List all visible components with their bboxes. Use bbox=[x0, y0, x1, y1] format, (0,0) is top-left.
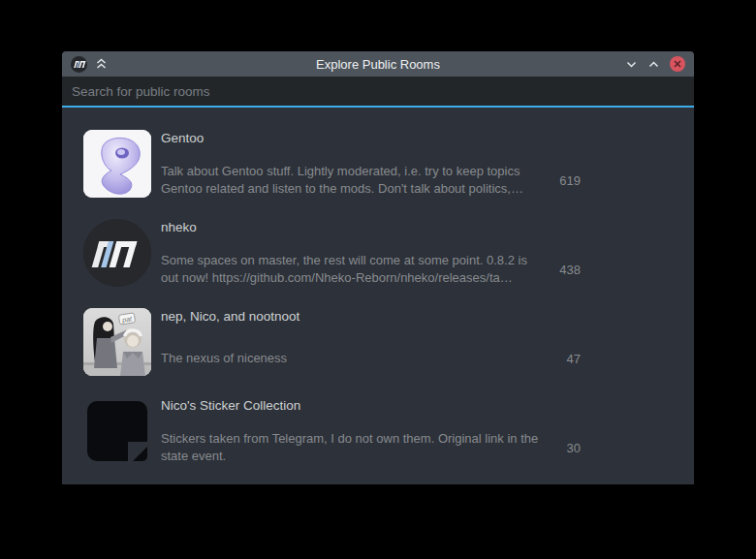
close-button[interactable] bbox=[670, 56, 685, 72]
headpat-drawing-avatar: pat bbox=[83, 308, 151, 376]
member-count: 619 bbox=[543, 173, 581, 188]
member-count: 30 bbox=[543, 441, 581, 455]
chevron-up-icon bbox=[647, 58, 660, 71]
room-topic: The nexus of niceness bbox=[161, 350, 543, 367]
room-row-sticker-collection[interactable]: Nico's Sticker Collection Stickers taken… bbox=[62, 387, 694, 476]
room-name: nep, Nico, and nootnoot bbox=[161, 309, 581, 325]
keep-above-button[interactable] bbox=[95, 58, 108, 71]
room-topic: Some spaces on master, the rest will com… bbox=[161, 252, 543, 287]
window-title: Explore Public Rooms bbox=[62, 57, 694, 72]
room-topic: Stickers taken from Telegram, I do not o… bbox=[161, 430, 543, 465]
nheko-logo-avatar bbox=[83, 219, 151, 287]
explore-public-rooms-window: Explore Public Rooms bbox=[62, 51, 694, 484]
minimize-button[interactable] bbox=[625, 58, 638, 71]
titlebar[interactable]: Explore Public Rooms bbox=[62, 51, 694, 77]
chevron-down-icon bbox=[625, 58, 638, 71]
room-row-nheko[interactable]: nheko Some spaces on master, the rest wi… bbox=[62, 208, 694, 297]
nheko-app-icon bbox=[71, 56, 87, 73]
room-name: nheko bbox=[161, 220, 581, 235]
member-count: 438 bbox=[543, 263, 581, 277]
double-chevron-up-icon bbox=[95, 58, 108, 71]
room-name: Nico's Sticker Collection bbox=[161, 398, 581, 414]
close-icon bbox=[674, 60, 681, 68]
member-count: 47 bbox=[543, 352, 581, 366]
room-name: Gentoo bbox=[161, 131, 581, 146]
room-list: Gentoo Talk about Gentoo stuff. Lightly … bbox=[62, 108, 694, 484]
search-input[interactable] bbox=[62, 77, 694, 106]
room-row-gentoo[interactable]: Gentoo Talk about Gentoo stuff. Lightly … bbox=[62, 119, 694, 208]
room-row-nep-nico-nootnoot[interactable]: pat nep, Nico, and nootnoot The nexus of… bbox=[62, 297, 694, 387]
search-bar bbox=[62, 77, 694, 108]
room-topic: Talk about Gentoo stuff. Lightly moderat… bbox=[161, 163, 543, 198]
sticker-folded-corner-avatar bbox=[83, 397, 151, 465]
gentoo-logo-avatar bbox=[83, 130, 151, 198]
maximize-button[interactable] bbox=[647, 58, 660, 71]
